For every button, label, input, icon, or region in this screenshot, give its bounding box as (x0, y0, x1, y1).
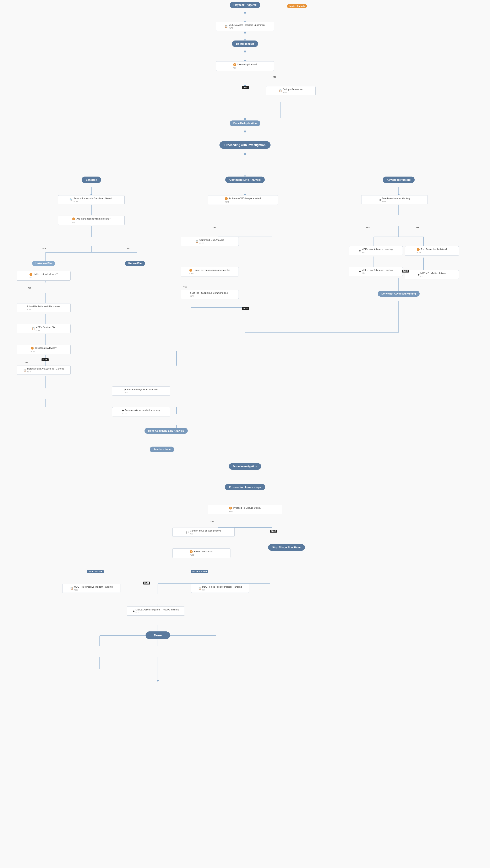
search-hash-id: #150 (73, 200, 113, 203)
orange-icon-7: ! (190, 291, 191, 294)
confirm-fp-node: 💬 Confirm if true or false positive #99 (172, 528, 235, 537)
mde-fp-node: 📋 MDE - False Positive Incident Handling… (191, 584, 249, 593)
unknown-file-label: Unknown File (32, 261, 55, 266)
mde-retrieve-id: #148 (36, 329, 56, 331)
orange-icon-2: ! (225, 197, 228, 200)
proceeding-label: Proceeding with investigation (220, 141, 270, 149)
deduplication-label: Deduplication (232, 40, 258, 47)
use-dedup-node: ! Use deduplication? #67 (216, 61, 274, 71)
found-suspicious-label: Found any suspicious components? (194, 269, 230, 271)
set-tag-id: #170 (190, 295, 229, 297)
playbook-triggered-node: Playbook Triggered (208, 2, 282, 8)
done-final-label: Done (145, 631, 170, 639)
else-badge-detonate: ELSE (41, 358, 48, 361)
manual-action-node: ▶ Manual Action Required - Resolve Incid… (127, 607, 185, 616)
manual-action-label: Manual Action Required - Resolve Inciden… (136, 608, 179, 611)
proceed-closure-label: Proceed to closure steps (225, 484, 265, 490)
no-label-hashes: NO (127, 247, 131, 250)
proceed-closure-q-id: #174 (229, 510, 261, 513)
manual-icon: ▶ (133, 610, 135, 613)
confirm-icon: 💬 (186, 531, 189, 534)
detonate-label: Detonate and Analyze File - Generic (27, 367, 64, 370)
mde-tp-label: MDE - True Positive Incident Handling (74, 586, 113, 588)
detonate-id: #140 (27, 371, 64, 373)
run-proactive-id: #168 (417, 252, 447, 254)
done-final-node: Done (116, 631, 199, 639)
done-cmd-line-node: Done Command Line Analysis (129, 428, 203, 434)
yes-label-hashes: YES (41, 247, 46, 250)
orange-icon-10: ▶ (125, 388, 126, 391)
cmd-analysis-node: 📋 Command-Line Analysis #160 (181, 237, 239, 246)
cmd-line-node: Command Line Analysis (208, 177, 282, 183)
inputs-outputs-node[interactable]: Inputs / Outputs (282, 4, 312, 8)
is-cmd-param-id: #171 (225, 201, 261, 203)
is-cmd-param-label: Is there a CMD line parameter? (229, 197, 261, 199)
file-retrieval-node: ! Is file retrieval allowed? #41 (17, 271, 71, 281)
orange-icon-4: ! (417, 248, 420, 251)
done-cmd-line-label: Done Command Line Analysis (144, 428, 188, 434)
parse-findings-id: #11 (125, 392, 158, 394)
found-suspicious-id: #169 (189, 273, 230, 275)
dot-3 (244, 51, 246, 53)
mde-retrieve-node: 📋 MDE - Retrieve File #148 (17, 324, 71, 333)
done-dedup-node: Done Deduplication (216, 121, 274, 126)
parse-results-label: Parse results for detailed summary (125, 409, 160, 411)
sandbox-done-node: Sandbox done (129, 446, 195, 453)
proceed-closure-q-node: ! Proceed To Closure Steps? #174 (208, 505, 282, 514)
cmd-analysis-label: Command-Line Analysis (199, 239, 224, 241)
hashes-node: ! Are there hashes with no results? #38 (58, 216, 125, 225)
run-proactive-label: Run Pro-Active Activities? (421, 248, 447, 250)
yes-label-cmd: YES (212, 226, 217, 229)
parse-findings-label: Parse Findings From Sandbox (127, 388, 158, 391)
sandbox-label: Sandbox (81, 177, 101, 183)
dedup-generic-node: 📋 Dedup - Generic v4 #175 (266, 86, 316, 95)
cmd-line-label: Command Line Analysis (225, 177, 265, 183)
adv-hunting-node: Advanced Hunting (361, 177, 436, 183)
use-dedup-id: #67 (233, 67, 257, 69)
mde-proactive-label: MDE - Pro-Active Actions (420, 272, 446, 274)
dedup-generic-id: #175 (283, 91, 302, 93)
file-retrieval-label: Is file retrieval allowed? (34, 273, 58, 275)
detonate-icon: 📋 (23, 369, 26, 372)
cmd-icon: 📋 (195, 240, 198, 243)
dot-4 (244, 118, 246, 120)
known-file-node: Known File (108, 261, 162, 266)
playbook-triggered-label: Playbook Triggered (230, 2, 260, 8)
mde-host-icon: ◆ (359, 249, 361, 252)
mde-host2-label: MDE - Host Advanced Hunting (362, 269, 393, 271)
mde-fp-id: #36 (202, 589, 242, 591)
done-investigation-node: Done Investigation (208, 463, 282, 470)
mde-tp-icon: 📋 (70, 587, 73, 590)
set-tag-label: Set Tag ` Suspicious Command-line ` (191, 291, 229, 294)
yes-label-retrieval: YES (27, 287, 32, 289)
deduplication-node: Deduplication (216, 40, 274, 47)
mde-proactive-icon: ◆ (418, 273, 420, 276)
confirm-fp-label: Confirm if true or false positive (190, 529, 221, 532)
false-true-node: ◆ False/True/Manual #102 (172, 548, 230, 558)
stop-sla-node: Stop Triage SLA Timer (249, 544, 324, 551)
confirm-id: #99 (190, 533, 221, 535)
file-retrieval-id: #41 (30, 277, 58, 279)
dedup-generic-label: Dedup - Generic v4 (283, 88, 302, 91)
false-true-id: #102 (190, 554, 213, 556)
mde-enrichment-icon: 📋 (225, 25, 228, 28)
known-file-label: Known File (125, 261, 145, 266)
autorun-label: AutoRun Advanced Hunting (382, 197, 410, 199)
autorun-node: ◆ AutoRun Advanced Hunting #177 (361, 195, 428, 205)
mde-proactive-id: #127 (420, 275, 446, 277)
orange-icon-6: ! (189, 269, 192, 272)
dot-2 (244, 32, 246, 34)
orange-icon-12: ! (229, 506, 232, 509)
found-suspicious-node: ! Found any suspicious components? #169 (181, 267, 239, 276)
tp-badge: TRUE POSITIVE (87, 570, 104, 573)
cmd-analysis-id: #160 (199, 242, 224, 244)
sandbox-node: Sandbox (58, 177, 125, 183)
manual-id: #161 (136, 612, 179, 614)
no-label-autorun: NO (415, 226, 419, 229)
search-hash-label: Search For Hash In Sandbox - Generic (73, 197, 113, 199)
mde-proactive-node: ◆ MDE - Pro-Active Actions #127 (405, 270, 459, 279)
parse-results-id: #134 (122, 412, 160, 414)
inputs-outputs-label[interactable]: Inputs / Outputs (287, 4, 307, 8)
mde-tp-id: #117 (74, 589, 113, 591)
mde-host-id: #81 (362, 251, 393, 253)
